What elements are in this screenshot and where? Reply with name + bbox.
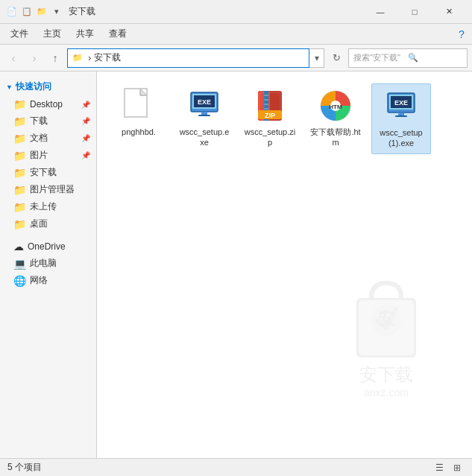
sidebar: ▼ 快速访问 📁 Desktop 📌 📁 下载 📌 📁 文档 📌 📁 图片 📌 … (0, 72, 97, 458)
menu-home[interactable]: 主页 (36, 25, 69, 43)
file-grid: pnghhbd. EXE w (109, 83, 460, 154)
address-current: 安下载 (94, 51, 121, 64)
search-placeholder: 搜索"安下载" (353, 52, 408, 63)
maximize-button[interactable]: □ (397, 0, 432, 24)
svg-rect-13 (198, 115, 210, 116)
sidebar-label-imgmgr: 图片管理器 (30, 183, 75, 196)
svg-text:EXE: EXE (394, 99, 408, 107)
dropdown-icon[interactable]: ▾ (51, 6, 63, 18)
svg-text:EXE: EXE (198, 98, 211, 106)
watermark-bag-icon: 安 (345, 272, 427, 361)
window-title: 安下载 (69, 5, 95, 18)
forward-button[interactable]: › (25, 49, 43, 67)
toolbar: ‹ › ↑ 📁 › 安下载 ▾ ↻ 搜索"安下载" 🔍 (0, 45, 472, 72)
folder-icon: 📁 (13, 201, 26, 213)
sidebar-label-pictures: 图片 (30, 149, 48, 162)
address-bar-group: 📁 › 安下载 ▾ (67, 48, 324, 68)
sidebar-label-anxz: 安下载 (30, 166, 57, 179)
chevron-icon: ▼ (6, 83, 13, 91)
search-box[interactable]: 搜索"安下载" 🔍 (348, 48, 468, 68)
details-view-button[interactable]: ☰ (432, 460, 447, 475)
view-controls: ☰ ⊞ (432, 460, 465, 475)
help-icon[interactable]: ? (454, 27, 469, 42)
sidebar-item-documents[interactable]: 📁 文档 📌 (0, 130, 96, 147)
folder-icon: 📁 (13, 150, 26, 162)
svg-rect-32 (398, 112, 404, 115)
svg-rect-12 (201, 112, 207, 115)
quickaccess-header[interactable]: ▼ 快速访问 (0, 77, 96, 96)
svg-rect-33 (395, 115, 407, 117)
file-item-wscc-zip[interactable]: ZIP wscc_setup.zip (240, 83, 300, 153)
back-button[interactable]: ‹ (4, 49, 22, 67)
svg-rect-0 (356, 298, 416, 358)
status-count: 5 个项目 (7, 461, 42, 474)
file-item-help-htm[interactable]: HTM 安下载帮助.htm (306, 83, 365, 153)
sidebar-item-pictures[interactable]: 📁 图片 📌 (0, 147, 96, 164)
sidebar-label-desktop2: 桌面 (30, 218, 48, 230)
menu-file[interactable]: 文件 (3, 25, 36, 43)
file-item-pnghhbd[interactable]: pnghhbd. (109, 83, 169, 142)
sidebar-label-network: 网络 (30, 274, 48, 287)
sidebar-divider (0, 232, 96, 238)
file-area: 安 安下载 anxz.com pnghhbd. (97, 72, 472, 458)
sidebar-label-uploaded: 未上传 (30, 200, 57, 213)
network-icon: 🌐 (13, 275, 26, 287)
sidebar-label-downloads: 下载 (30, 115, 48, 127)
sidebar-item-desktop2[interactable]: 📁 桌面 (0, 215, 96, 232)
up-button[interactable]: ↑ (46, 49, 64, 67)
svg-rect-1 (359, 300, 414, 355)
menu-view[interactable]: 查看 (101, 25, 134, 43)
pin-icon: 📌 (81, 134, 90, 142)
pin-icon: 📌 (81, 117, 90, 125)
sidebar-label-desktop: Desktop (30, 99, 63, 110)
folder-icon: 📁 (13, 218, 26, 230)
svg-text:安: 安 (377, 309, 394, 328)
watermark: 安 安下载 anxz.com (345, 272, 427, 399)
sidebar-item-onedrive[interactable]: ☁ OneDrive (0, 238, 96, 255)
file-icon-zip: ZIP (252, 88, 288, 124)
file-icon-htm: HTM (318, 88, 353, 124)
sidebar-label-documents: 文档 (30, 132, 48, 145)
search-icon: 🔍 (408, 53, 462, 63)
folder-icon: 📁 (13, 115, 26, 127)
folder-icon: 📁 (36, 6, 48, 18)
status-bar: 5 个项目 ☰ ⊞ (0, 458, 472, 476)
folder-icon: 📁 (13, 167, 26, 179)
main-layout: ▼ 快速访问 📁 Desktop 📌 📁 下载 📌 📁 文档 📌 📁 图片 📌 … (0, 72, 472, 458)
folder-icon: 📁 (13, 184, 26, 196)
refresh-button[interactable]: ↻ (327, 49, 345, 67)
address-bar[interactable]: 📁 › 安下载 (67, 48, 309, 68)
close-button[interactable]: ✕ (432, 0, 466, 24)
sidebar-item-network[interactable]: 🌐 网络 (0, 272, 96, 289)
menu-share[interactable]: 共享 (69, 25, 101, 43)
onedrive-icon: ☁ (13, 241, 24, 253)
file-icon-exe: EXE (186, 88, 222, 124)
doc-icon: 📄 (6, 6, 18, 18)
file-icon-exe2: EXE (383, 89, 419, 124)
file-name: wscc_setup (1).exe (375, 127, 427, 149)
address-dropdown-button[interactable]: ▾ (309, 48, 324, 68)
window-controls: — □ ✕ (363, 0, 466, 24)
paste-icon: 📋 (21, 6, 33, 18)
sidebar-item-thispc[interactable]: 💻 此电脑 (0, 255, 96, 272)
file-item-wscc-exe2[interactable]: EXE wscc_setup (1).exe (371, 83, 431, 154)
file-item-wscc-exe[interactable]: EXE wscc_setup.exe (174, 83, 234, 153)
quickaccess-label: 快速访问 (16, 80, 51, 93)
large-icons-view-button[interactable]: ⊞ (450, 460, 465, 475)
sidebar-item-downloads[interactable]: 📁 下载 📌 (0, 112, 96, 130)
sidebar-label-thispc: 此电脑 (30, 257, 57, 270)
sidebar-item-anxz[interactable]: 📁 安下载 (0, 164, 96, 181)
svg-text:ZIP: ZIP (265, 112, 275, 119)
file-name: 安下载帮助.htm (309, 127, 362, 148)
pin-icon: 📌 (81, 151, 90, 159)
menu-bar: 文件 主页 共享 查看 ? (0, 24, 472, 45)
sidebar-item-imgmgr[interactable]: 📁 图片管理器 (0, 181, 96, 198)
sidebar-item-uploaded[interactable]: 📁 未上传 (0, 198, 96, 215)
minimize-button[interactable]: — (363, 0, 397, 24)
address-path: › (86, 53, 94, 63)
title-bar: 📄 📋 📁 ▾ 安下载 — □ ✕ (0, 0, 472, 24)
sidebar-item-desktop[interactable]: 📁 Desktop 📌 (0, 96, 96, 112)
watermark-subtext: anxz.com (364, 387, 409, 399)
file-name: pnghhbd. (122, 127, 156, 137)
pin-icon: 📌 (81, 101, 90, 109)
